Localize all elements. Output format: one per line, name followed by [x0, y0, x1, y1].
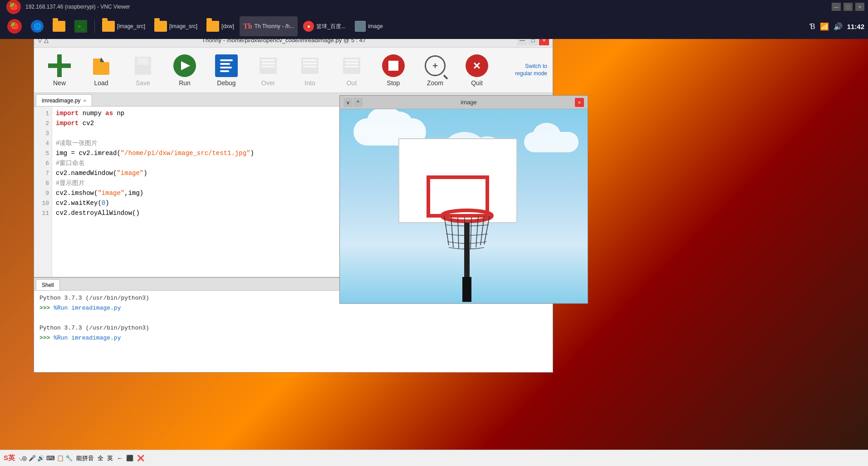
- code-destroyall: cv2.destroyAllWindow(): [56, 209, 140, 217]
- taskbar-folder2-label: [image_src]: [169, 23, 197, 29]
- taskbar-image[interactable]: image: [351, 16, 387, 36]
- code-paren-close: ): [250, 150, 254, 157]
- out-bar-1: [345, 59, 358, 61]
- debug-line-2: [220, 63, 230, 65]
- line-num-3: 3: [34, 128, 52, 138]
- input-method-label: S英: [4, 454, 15, 462]
- taskbar-filemanager[interactable]: [49, 16, 69, 36]
- line-num-10: 10: [34, 198, 52, 208]
- taskbar-folder3-label: [dxw]: [221, 23, 234, 29]
- run-icon: [173, 54, 196, 78]
- load-icon: [89, 54, 113, 78]
- new-label: New: [53, 79, 66, 87]
- out-icon: [340, 54, 363, 78]
- save-button[interactable]: Save: [123, 50, 163, 90]
- over-button[interactable]: Over: [248, 50, 288, 90]
- shell-cmd-1: %Run imreadimage.py: [54, 305, 121, 311]
- taskbar-raspberry[interactable]: 🍓: [4, 16, 25, 36]
- taskbar-globe[interactable]: 🌐: [27, 16, 47, 36]
- zoom-button[interactable]: + Zoom: [415, 50, 455, 90]
- out-bars: [343, 58, 360, 74]
- run-button[interactable]: Run: [165, 50, 205, 90]
- image-minimize-btn[interactable]: v: [343, 98, 353, 107]
- taskbar-folder-image-src-1[interactable]: [image_src]: [98, 16, 149, 36]
- vnc-title-text: 192.168.137.46 (raspberrypi) - VNC Viewe…: [25, 4, 130, 10]
- save-icon: [131, 54, 155, 78]
- into-bars: [301, 58, 319, 74]
- taskbar-separator-1: [94, 19, 95, 33]
- into-button[interactable]: Into: [290, 50, 330, 90]
- line-num-2: 2: [34, 118, 52, 128]
- taskbar-browser[interactable]: ● 篮球_百度...: [299, 16, 349, 36]
- code-namedwindow: cv2.namedWindow(: [56, 170, 117, 177]
- tab-close-btn[interactable]: ×: [83, 98, 86, 103]
- quit-x-icon: ×: [466, 54, 488, 77]
- vnc-titlebar: 🍓 192.168.137.46 (raspberrypi) - VNC Vie…: [0, 0, 868, 14]
- new-icon: [48, 54, 71, 78]
- load-button[interactable]: Load: [81, 50, 121, 90]
- shell-line-3: [39, 313, 547, 323]
- comment-show: #显示图片: [56, 180, 85, 187]
- stop-label: Stop: [387, 79, 400, 87]
- taskbar-right: Ɓ 📶 🔊 11:42: [810, 22, 864, 31]
- stop-square: [388, 61, 398, 71]
- folder-icon-4: [206, 21, 219, 32]
- line-num-8: 8: [34, 178, 52, 188]
- thonny-toolbar: New Load Save: [34, 48, 553, 93]
- taskbar-folder-dxw[interactable]: [dxw]: [203, 16, 238, 36]
- over-bar-1: [261, 59, 275, 61]
- into-bar-1: [303, 59, 317, 61]
- zoom-label: Zoom: [427, 79, 443, 87]
- debug-line-1: [220, 59, 233, 61]
- input-lang-ying: 英: [107, 454, 113, 462]
- stop-button[interactable]: Stop: [373, 50, 413, 90]
- taskbar-folder-image-src-2[interactable]: [image_src]: [151, 16, 201, 36]
- input-nav-block: ⬛: [126, 455, 133, 461]
- taskbar-browser-label: 篮球_百度...: [316, 23, 346, 30]
- into-bar-2: [303, 63, 317, 64]
- switch-mode-link[interactable]: Switch to regular mode: [511, 63, 547, 77]
- debug-line-4: [220, 70, 229, 72]
- str-path: "/home/pi/dxw/image_src/test1.jpg": [121, 150, 250, 157]
- code-np: np: [113, 110, 124, 117]
- load-shape: [93, 57, 109, 75]
- line-num-11: 11: [34, 208, 52, 218]
- vnc-icon: 🍓: [4, 0, 24, 15]
- image-maximize-btn[interactable]: ^: [353, 98, 363, 107]
- quit-icon-wrap: ×: [465, 54, 489, 78]
- shell-info-2: Python 3.7.3 (/usr/bin/python3): [39, 325, 149, 331]
- wifi-icon[interactable]: 📶: [820, 22, 829, 31]
- into-bar-3: [303, 66, 317, 68]
- code-imshow: cv2.imshow(: [56, 189, 98, 197]
- vnc-close-btn[interactable]: ×: [855, 3, 864, 11]
- new-button[interactable]: New: [39, 50, 79, 90]
- out-generic-icon: [341, 55, 362, 76]
- into-icon: [298, 54, 322, 78]
- vnc-restore-btn[interactable]: □: [843, 3, 853, 11]
- code-imshow-args: ,img): [124, 189, 143, 197]
- editor-tab-imreadimage[interactable]: imreadimage.py ×: [36, 94, 92, 106]
- taskbar-terminal[interactable]: >_: [71, 16, 91, 36]
- image-thumb-icon: [355, 21, 366, 32]
- debug-button[interactable]: Debug: [206, 50, 246, 90]
- kw-import-2: import: [56, 120, 78, 127]
- quit-button[interactable]: × Quit: [457, 50, 497, 90]
- image-controls-left: v ^: [343, 98, 363, 107]
- str-image-2: "image": [98, 189, 124, 197]
- volume-icon[interactable]: 🔊: [834, 22, 843, 31]
- taskbar-folder1-label: [image_src]: [117, 23, 145, 29]
- kw-import-1: import: [56, 110, 78, 117]
- zoom-magnifier: +: [424, 54, 446, 77]
- taskbar-thonny[interactable]: Th Th Thonny - /h...: [240, 16, 298, 36]
- input-mode-label: 能拼音: [76, 454, 94, 462]
- out-button[interactable]: Out: [332, 50, 372, 90]
- vnc-minimize-btn[interactable]: —: [832, 3, 841, 11]
- image-close-btn[interactable]: ×: [575, 98, 584, 107]
- zoom-plus-sign: +: [432, 61, 438, 70]
- shell-tab[interactable]: Shell: [36, 279, 60, 290]
- globe-icon: 🌐: [31, 20, 44, 33]
- bluetooth-icon[interactable]: Ɓ: [810, 22, 815, 31]
- line-num-5: 5: [34, 148, 52, 158]
- code-img-assign: img = cv2.imread(: [56, 150, 121, 157]
- folder-icon-2: [102, 21, 115, 32]
